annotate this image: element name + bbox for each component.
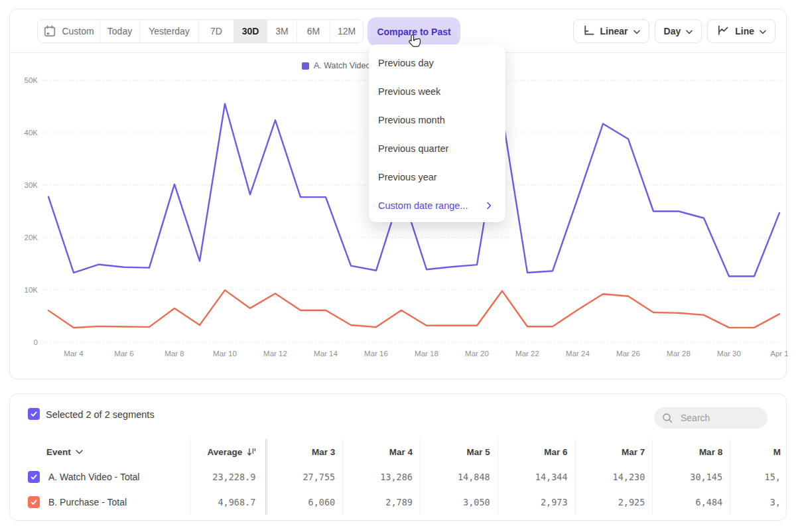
- chevron-down-icon: [76, 450, 83, 454]
- cell-value: 14,230: [576, 464, 653, 490]
- chart-type-select-button[interactable]: Line: [707, 19, 775, 43]
- compare-to-past-menu: Previous dayPrevious weekPrevious monthP…: [369, 44, 505, 222]
- chevron-down-icon: [633, 26, 640, 36]
- menu-item-previous-month[interactable]: Previous month: [369, 105, 505, 134]
- svg-text:Apr 1: Apr 1: [770, 350, 789, 358]
- svg-text:Mar 6: Mar 6: [114, 350, 133, 358]
- chart-controls: Linear Day Line: [573, 19, 775, 43]
- chevron-down-icon: [686, 26, 693, 36]
- svg-text:Mar 26: Mar 26: [616, 350, 640, 358]
- column-header-m: M: [730, 439, 786, 464]
- cell-value: 14,344: [498, 464, 576, 490]
- svg-text:Mar 12: Mar 12: [263, 350, 287, 358]
- range-option-label: 12M: [338, 26, 356, 36]
- scale-select-button[interactable]: Linear: [573, 19, 649, 43]
- menu-item-previous-quarter[interactable]: Previous quarter: [369, 134, 505, 163]
- column-header-mar-6: Mar 6: [498, 439, 576, 464]
- segments-table: EventAverageMar 3Mar 4Mar 5Mar 6Mar 7Mar…: [10, 439, 786, 515]
- svg-text:Mar 24: Mar 24: [566, 350, 590, 358]
- mouse-cursor-pointer-icon: [406, 33, 422, 54]
- date-range-picker: CustomTodayYesterday7D30D3M6M12M: [37, 19, 364, 43]
- range-option-label: Today: [107, 26, 132, 36]
- column-header-mar-3: Mar 3: [267, 439, 343, 464]
- range-option-label: Custom: [62, 26, 94, 36]
- cell-value: 3,: [730, 490, 786, 515]
- segment-name: A. Watch Video - Total: [48, 472, 139, 482]
- range-option-6m[interactable]: 6M: [297, 20, 330, 42]
- range-option-today[interactable]: Today: [100, 20, 139, 42]
- range-option-12m[interactable]: 12M: [330, 20, 363, 42]
- svg-text:50K: 50K: [25, 76, 38, 84]
- segment-checkbox[interactable]: [28, 471, 40, 483]
- scale-label: Linear: [600, 26, 628, 36]
- svg-text:Mar 8: Mar 8: [165, 350, 184, 358]
- segments-panel: Selected 2 of 2 segments EventAverageMar…: [9, 393, 787, 521]
- interval-label: Day: [664, 26, 681, 36]
- segments-selected-text: Selected 2 of 2 segments: [46, 409, 155, 420]
- svg-text:Mar 4: Mar 4: [64, 350, 84, 358]
- menu-item-custom-date-range[interactable]: Custom date range...: [369, 191, 505, 220]
- interval-select-button[interactable]: Day: [655, 19, 702, 43]
- calendar-icon: [43, 25, 56, 38]
- svg-text:Mar 10: Mar 10: [213, 350, 237, 358]
- cell-value: 6,060: [267, 490, 343, 515]
- search-box[interactable]: [654, 407, 767, 429]
- svg-text:40K: 40K: [25, 129, 38, 137]
- cell-value: 2,789: [343, 490, 421, 515]
- cell-value: 2,925: [576, 490, 653, 515]
- column-header-average[interactable]: Average: [190, 439, 268, 464]
- menu-item-label: Previous week: [378, 86, 440, 97]
- range-option-30d[interactable]: 30D: [233, 20, 267, 42]
- legend-swatch: [302, 62, 309, 70]
- menu-item-label: Custom date range...: [378, 200, 468, 211]
- cell-value: 3,050: [421, 490, 498, 515]
- column-header-event[interactable]: Event: [10, 439, 190, 464]
- chevron-right-icon: [486, 202, 492, 210]
- range-option-label: 7D: [210, 26, 222, 36]
- table-row: A. Watch Video - Total23,228.927,75513,2…: [10, 464, 786, 490]
- svg-text:Mar 16: Mar 16: [364, 350, 388, 358]
- menu-item-previous-day[interactable]: Previous day: [369, 48, 505, 77]
- table-header-row: EventAverageMar 3Mar 4Mar 5Mar 6Mar 7Mar…: [10, 439, 786, 464]
- range-option-yesterday[interactable]: Yesterday: [139, 20, 198, 42]
- cell-value: 6,484: [653, 490, 730, 515]
- cell-value: 27,755: [267, 464, 343, 490]
- menu-item-label: Previous quarter: [378, 143, 448, 154]
- sort-descending-icon: [247, 448, 257, 456]
- average-value: 23,228.9: [190, 464, 268, 490]
- linear-axis-icon: [582, 24, 595, 38]
- menu-item-label: Previous day: [378, 58, 434, 68]
- average-value: 4,968.7: [190, 490, 268, 515]
- menu-item-label: Previous month: [378, 115, 445, 125]
- range-option-label: 30D: [242, 26, 259, 36]
- select-all-checkbox[interactable]: [28, 408, 40, 420]
- segment-name: B. Purchase - Total: [48, 497, 127, 507]
- svg-text:Mar 30: Mar 30: [717, 350, 741, 358]
- chevron-down-icon: [760, 26, 766, 36]
- svg-text:Mar 20: Mar 20: [465, 350, 489, 358]
- column-header-mar-5: Mar 5: [421, 439, 498, 464]
- svg-text:30K: 30K: [25, 181, 38, 189]
- range-option-3m[interactable]: 3M: [267, 20, 297, 42]
- menu-item-previous-year[interactable]: Previous year: [369, 163, 505, 191]
- svg-text:Mar 14: Mar 14: [314, 350, 338, 358]
- cell-value: 13,286: [343, 464, 421, 490]
- cell-value: 14,848: [421, 464, 498, 490]
- svg-text:Mar 18: Mar 18: [415, 350, 438, 358]
- svg-text:Mar 22: Mar 22: [515, 350, 539, 358]
- range-option-label: 3M: [275, 26, 288, 36]
- chart-type-label: Line: [735, 26, 754, 36]
- range-option-7d[interactable]: 7D: [198, 20, 233, 42]
- search-input[interactable]: [679, 412, 760, 424]
- cell-value: 2,973: [498, 490, 576, 515]
- range-option-label: Yesterday: [149, 26, 190, 36]
- column-header-mar-8: Mar 8: [653, 439, 730, 464]
- line-chart-icon: [716, 24, 730, 38]
- range-option-label: 6M: [307, 26, 320, 36]
- menu-item-previous-week[interactable]: Previous week: [369, 77, 505, 105]
- menu-item-label: Previous year: [378, 172, 437, 182]
- svg-text:20K: 20K: [25, 233, 38, 241]
- column-header-mar-4: Mar 4: [343, 439, 421, 464]
- range-option-custom[interactable]: Custom: [38, 20, 100, 42]
- segment-checkbox[interactable]: [28, 496, 40, 508]
